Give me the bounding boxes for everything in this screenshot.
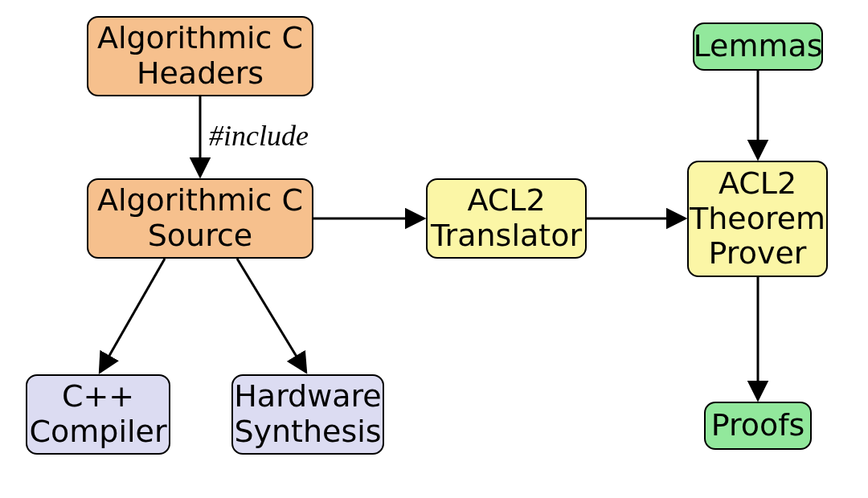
node-algorithmic-c-source: Algorithmic C Source — [87, 178, 313, 259]
edge-label-include: #include — [209, 119, 309, 153]
node-proofs: Proofs — [704, 402, 812, 450]
node-acl2-theorem-prover: ACL2 Theorem Prover — [687, 161, 828, 277]
node-lemmas: Lemmas — [693, 22, 823, 71]
edge-source-to-hw — [237, 259, 305, 371]
node-cpp-compiler: C++ Compiler — [26, 374, 170, 455]
node-acl2-translator: ACL2 Translator — [426, 178, 587, 259]
node-algorithmic-c-headers: Algorithmic C Headers — [87, 16, 313, 96]
node-hardware-synthesis: Hardware Synthesis — [231, 374, 384, 455]
edge-source-to-cpp — [100, 259, 165, 371]
